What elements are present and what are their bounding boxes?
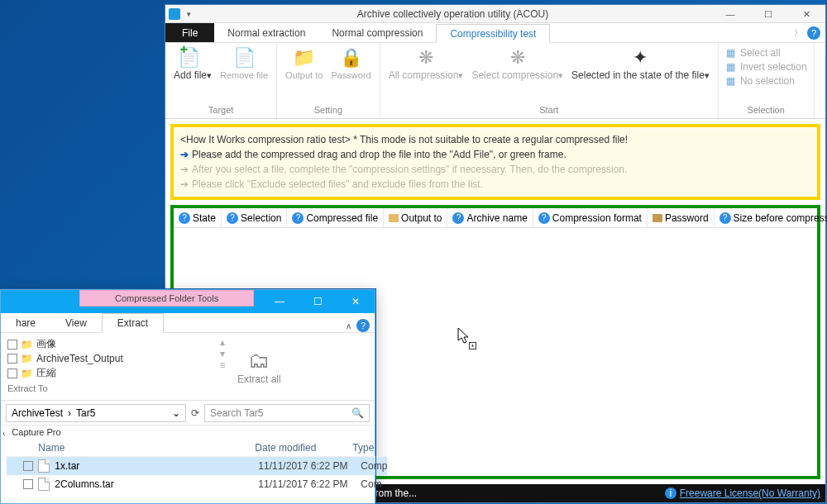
search-input[interactable]: Search Tar5 🔍 [204,404,370,422]
collapse-ribbon-icon[interactable]: ∧ [346,321,351,330]
info-line-4: ➔Please click "Exclude selected files" a… [180,177,810,192]
col-name[interactable]: Name [38,442,255,454]
all-compression-button[interactable]: ❋ All compression▾ [385,45,467,83]
table-row[interactable]: 1x.tar 11/11/2017 6:22 PM Comp [7,457,387,475]
checkbox[interactable] [23,479,33,489]
file-date: 11/11/2017 6:22 PM [258,460,356,472]
chevron-left-icon[interactable]: ‹ [2,429,5,438]
refresh-icon[interactable]: ⟳ [191,407,199,419]
extract-all-button[interactable]: 🗂 Extract all [229,333,289,400]
extract-to-label: Extract To [7,381,209,396]
col-output-to[interactable]: Output to [384,208,447,227]
file-icon [38,478,50,491]
info-panel: <How It Works compression ratio test> * … [170,124,820,200]
close-button[interactable]: ✕ [787,5,825,23]
file-date: 11/11/2017 6:22 PM [258,478,356,490]
minimize-button[interactable]: — [261,290,299,313]
folder-icon: 📁 [21,339,33,350]
ribbon-group-target-label: Target [170,103,271,116]
col-archive-name[interactable]: ?Archive name [447,208,533,227]
checkbox[interactable] [23,461,33,471]
file-icon [38,459,50,473]
invert-selection-button[interactable]: ▦Invert selection [724,60,809,74]
file-name: 2Columns.tar [55,478,253,490]
info-line-3: ➔After you select a file, complete the "… [180,162,810,177]
info-line-1: <How It Works compression ratio test> * … [180,132,810,147]
selected-state-button[interactable]: ✦ Selected in the state of the file▾ [568,45,713,83]
output-to-button[interactable]: 📁 Output to [282,45,326,83]
col-compressed-file[interactable]: ?Compressed file [287,208,384,227]
lock-icon: 🔒 [340,46,363,69]
breadcrumb-segment[interactable]: ArchiveTest [12,407,63,419]
help-icon[interactable]: ? [356,319,370,332]
select-compression-button[interactable]: ❋ Select compression▾ [468,45,566,83]
extract-destinations: 📁画像 📁ArchiveTest_Output 📁圧縮 Extract To [1,333,216,400]
tab-normal-compression[interactable]: Normal compression [318,23,436,42]
list-item[interactable]: 📁ArchiveTest_Output [7,352,209,365]
add-file-button[interactable]: 📄+ Add file▾ [170,45,215,83]
contextual-tab-label: Compressed Folder Tools [79,290,254,307]
col-selection[interactable]: ?Selection [222,208,287,227]
maximize-button[interactable]: ☐ [299,290,337,313]
file-name: 1x.tar [55,460,253,472]
no-selection-icon: ▦ [725,75,737,87]
close-button[interactable]: ✕ [337,290,375,313]
folder-icon: 📁 [21,368,33,379]
collapse-ribbon-icon[interactable]: 〉 [794,27,802,39]
title-bar: ▾ Archive collectively operation utility… [165,5,825,23]
invert-selection-icon: ▦ [725,61,737,73]
list-item[interactable]: 📁画像 [7,336,209,352]
ribbon-group-start: ❋ All compression▾ ❋ Select compression▾… [380,43,719,118]
tab-share[interactable]: hare [1,314,50,332]
quick-access-item[interactable]: Capture Pro [7,426,387,439]
file-list: Capture Pro Name Date modified Type 1x.t… [7,426,387,503]
help-badge-icon: ? [452,212,464,224]
col-password[interactable]: Password [648,208,715,227]
col-size-before[interactable]: ?Size before compressio [715,208,827,227]
help-icon[interactable]: ? [807,26,820,40]
col-state[interactable]: ?State [174,208,222,227]
breadcrumb-segment[interactable]: Tar5 [76,407,95,419]
arrow-icon: ➔ [180,147,189,162]
address-bar[interactable]: ArchiveTest › Tar5 ⌄ [6,404,186,422]
help-badge-icon: ? [227,212,238,224]
remove-file-button[interactable]: 📄 Remove file [217,45,271,83]
more-icon[interactable]: ≡ [219,359,225,371]
file-type: Com [361,478,381,490]
chevron-up-icon[interactable]: ▴ [220,336,225,348]
chevron-down-icon[interactable]: ▾ [220,348,225,359]
license-link[interactable]: Freeware License(No Warranty) [680,487,820,499]
ribbon-group-selection: ▦Select all ▦Invert selection ▦No select… [719,43,815,118]
minimize-button[interactable]: — [711,5,749,23]
table-header: ?State ?Selection ?Compressed file Outpu… [174,208,817,228]
password-button[interactable]: 🔒 Password [327,45,374,83]
ribbon-group-selection-label: Selection [724,103,809,116]
extract-all-icon: 🗂 [248,348,270,373]
help-badge-icon: ? [538,212,550,224]
select-all-button[interactable]: ▦Select all [724,46,809,59]
col-compression-format[interactable]: ?Compression format [533,208,648,227]
tab-extract[interactable]: Extract [102,313,164,333]
nav-pane-strip: ‹ [1,426,7,503]
gallery-scroll[interactable]: ▴▾≡ [216,333,229,400]
app-icon [169,8,180,20]
tab-compressibility-test[interactable]: Compressibility test [436,24,550,43]
explorer-window: Compressed Folder Tools — ☐ ✕ hare View … [0,289,375,504]
tab-normal-extraction[interactable]: Normal extraction [214,23,318,42]
tab-file[interactable]: File [165,23,214,42]
arrow-icon: ➔ [180,177,189,192]
col-date-modified[interactable]: Date modified [255,442,352,454]
info-line-2: ➔Please add the compressed drag and drop… [180,147,810,162]
table-row[interactable]: 2Columns.tar 11/11/2017 6:22 PM Com [7,475,387,493]
chevron-down-icon[interactable]: ⌄ [172,407,180,419]
remove-file-icon: 📄 [232,46,256,69]
col-type[interactable]: Type [352,442,385,454]
ribbon-group-target: 📄+ Add file▾ 📄 Remove file Target [165,43,277,118]
menu-bar: File Normal extraction Normal compressio… [165,23,825,43]
qat-dropdown-icon[interactable]: ▾ [184,10,194,18]
list-item[interactable]: 📁圧縮 [7,365,209,381]
maximize-button[interactable]: ☐ [749,5,787,23]
explorer-tab-row: hare View Extract ∧ ? [1,313,375,333]
tab-view[interactable]: View [50,314,102,332]
no-selection-button[interactable]: ▦No selection [724,74,809,88]
